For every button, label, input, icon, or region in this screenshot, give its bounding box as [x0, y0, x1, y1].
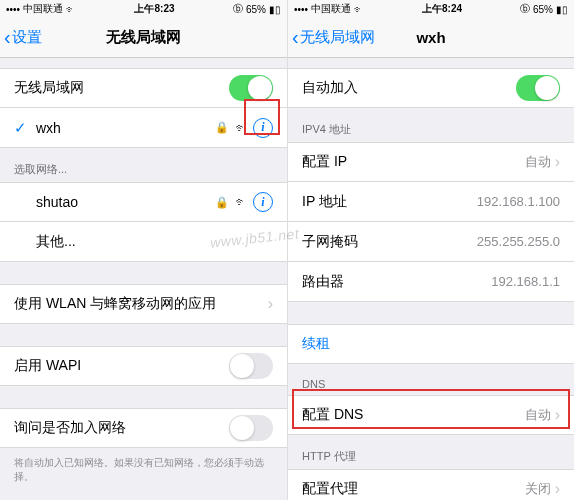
chevron-right-icon: › — [555, 406, 560, 424]
carrier: 中国联通 — [23, 2, 63, 16]
back-button[interactable]: ‹无线局域网 — [288, 26, 375, 49]
config-dns-value: 自动 — [525, 406, 551, 424]
battery-icon: ▮▯ — [556, 4, 568, 15]
subnet-mask-row: 子网掩码 255.255.255.0 — [288, 222, 574, 262]
nav-title: 无线局域网 — [0, 28, 287, 47]
chevron-right-icon: › — [555, 153, 560, 171]
config-dns-label: 配置 DNS — [302, 406, 363, 424]
wifi-status-icon: ᯤ — [354, 4, 364, 15]
config-ip-value: 自动 — [525, 153, 551, 171]
info-icon[interactable]: i — [253, 118, 273, 138]
wlan-apps-row[interactable]: 使用 WLAN 与蜂窝移动网的应用 › — [0, 284, 287, 324]
nav-bar: ‹设置 无线局域网 — [0, 18, 287, 58]
status-bar: ••••中国联通ᯤ 上午8:23 ⓑ65%▮▯ — [0, 0, 287, 18]
chevron-left-icon: ‹ — [4, 26, 11, 49]
wifi-list-screen: ••••中国联通ᯤ 上午8:23 ⓑ65%▮▯ ‹设置 无线局域网 无线局域网 … — [0, 0, 287, 500]
renew-lease-label: 续租 — [302, 335, 330, 353]
chevron-right-icon: › — [555, 480, 560, 498]
dns-header: DNS — [288, 364, 574, 395]
lock-icon: 🔒 — [215, 121, 229, 134]
network-row-shutao[interactable]: shutao 🔒 ᯤ i — [0, 182, 287, 222]
wifi-status-icon: ᯤ — [66, 4, 76, 15]
wifi-toggle-label: 无线局域网 — [14, 79, 84, 97]
other-network-row[interactable]: 其他... — [0, 222, 287, 262]
nav-bar: ‹无线局域网 wxh — [288, 18, 574, 58]
mask-value: 255.255.255.0 — [477, 234, 560, 249]
wifi-signal-icon: ᯤ — [235, 195, 247, 209]
ask-join-label: 询问是否加入网络 — [14, 419, 126, 437]
wlan-apps-label: 使用 WLAN 与蜂窝移动网的应用 — [14, 295, 216, 313]
bluetooth-icon: ⓑ — [520, 2, 530, 16]
carrier: 中国联通 — [311, 2, 351, 16]
config-proxy-row[interactable]: 配置代理 关闭› — [288, 469, 574, 500]
lock-icon: 🔒 — [215, 196, 229, 209]
info-icon[interactable]: i — [253, 192, 273, 212]
wifi-detail-screen: ••••中国联通ᯤ 上午8:24 ⓑ65%▮▯ ‹无线局域网 wxh 自动加入 … — [287, 0, 574, 500]
mask-label: 子网掩码 — [302, 233, 358, 251]
renew-lease-row[interactable]: 续租 — [288, 324, 574, 364]
ask-join-row[interactable]: 询问是否加入网络 — [0, 408, 287, 448]
status-time: 上午8:24 — [422, 2, 462, 16]
proxy-header: HTTP 代理 — [288, 435, 574, 469]
connected-network-row[interactable]: ✓wxh 🔒 ᯤ i — [0, 108, 287, 148]
config-dns-row[interactable]: 配置 DNS 自动› — [288, 395, 574, 435]
ip-address-row: IP 地址 192.168.1.100 — [288, 182, 574, 222]
other-label: 其他... — [14, 233, 76, 251]
auto-join-label: 自动加入 — [302, 79, 358, 97]
ip-label: IP 地址 — [302, 193, 347, 211]
router-value: 192.168.1.1 — [491, 274, 560, 289]
bluetooth-icon: ⓑ — [233, 2, 243, 16]
wifi-signal-icon: ᯤ — [235, 121, 247, 135]
connected-ssid: wxh — [36, 120, 61, 136]
wifi-toggle[interactable] — [229, 75, 273, 101]
wapi-toggle[interactable] — [229, 353, 273, 379]
ipv4-header: IPV4 地址 — [288, 108, 574, 142]
battery-percent: 65% — [246, 4, 266, 15]
router-row: 路由器 192.168.1.1 — [288, 262, 574, 302]
battery-percent: 65% — [533, 4, 553, 15]
auto-join-toggle[interactable] — [516, 75, 560, 101]
config-ip-label: 配置 IP — [302, 153, 347, 171]
status-bar: ••••中国联通ᯤ 上午8:24 ⓑ65%▮▯ — [288, 0, 574, 18]
status-time: 上午8:23 — [134, 2, 174, 16]
check-icon: ✓ — [14, 119, 28, 137]
chevron-left-icon: ‹ — [292, 26, 299, 49]
wifi-toggle-row[interactable]: 无线局域网 — [0, 68, 287, 108]
config-ip-row[interactable]: 配置 IP 自动› — [288, 142, 574, 182]
signal-icon: •••• — [6, 4, 20, 15]
choose-network-header: 选取网络... — [0, 148, 287, 182]
back-button[interactable]: ‹设置 — [0, 26, 42, 49]
ask-join-footer: 将自动加入已知网络。如果没有已知网络，您必须手动选择。 — [0, 448, 287, 492]
ip-value: 192.168.1.100 — [477, 194, 560, 209]
back-label: 无线局域网 — [300, 28, 375, 47]
wapi-label: 启用 WAPI — [14, 357, 81, 375]
auto-join-row[interactable]: 自动加入 — [288, 68, 574, 108]
wapi-row[interactable]: 启用 WAPI — [0, 346, 287, 386]
config-proxy-label: 配置代理 — [302, 480, 358, 498]
back-label: 设置 — [12, 28, 42, 47]
network-ssid: shutao — [36, 194, 78, 210]
chevron-right-icon: › — [268, 295, 273, 313]
router-label: 路由器 — [302, 273, 344, 291]
config-proxy-value: 关闭 — [525, 480, 551, 498]
battery-icon: ▮▯ — [269, 4, 281, 15]
ask-join-toggle[interactable] — [229, 415, 273, 441]
signal-icon: •••• — [294, 4, 308, 15]
